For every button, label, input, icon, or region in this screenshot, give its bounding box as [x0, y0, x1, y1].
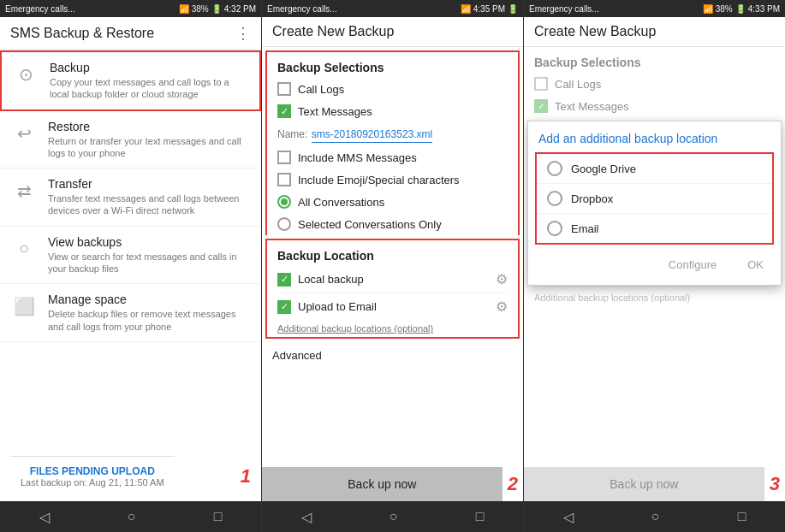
home-nav-icon-1[interactable]: ○ — [128, 509, 136, 524]
battery-icon-1: 🔋 — [211, 4, 222, 14]
nav-bar-2: ◁ ○ □ — [262, 501, 523, 532]
wifi-icon-2: 📶 — [461, 4, 471, 14]
dialog-title: Add an additional backup location — [528, 121, 781, 152]
include-emoji-checkbox[interactable] — [277, 173, 291, 186]
files-pending-sub: Last backup on: Aug 21, 11:50 AM — [21, 477, 164, 488]
step-number-3: 3 — [764, 475, 785, 494]
selected-conversations-radio[interactable] — [277, 217, 291, 231]
back-nav-icon-1[interactable]: ◁ — [39, 509, 50, 525]
backup-button-3: Back up now — [524, 467, 764, 501]
restore-icon: ↩ — [10, 120, 38, 147]
view-backups-title: View backups — [48, 235, 251, 249]
include-mms-label: Include MMS Messages — [298, 151, 417, 164]
screen3-content: Backup Selections Call Logs Text Message… — [524, 47, 785, 467]
name-field-2: Name: sms-20180920163523.xml — [267, 122, 518, 146]
include-mms-checkbox[interactable] — [277, 151, 291, 164]
status-bar-1: Emergency calls... 📶 38% 🔋 4:32 PM — [0, 0, 261, 17]
restore-subtitle: Return or transfer your text messages an… — [48, 135, 251, 160]
time-1: 4:32 PM — [224, 4, 256, 14]
home-nav-icon-2[interactable]: ○ — [390, 509, 398, 524]
files-pending-section: FILES PENDING UPLOAD Last backup on: Aug… — [0, 451, 261, 501]
view-backups-icon: ○ — [10, 235, 38, 263]
app-title-2: Create New Backup — [272, 24, 394, 39]
text-messages-checkbox-2[interactable] — [277, 104, 291, 118]
upload-email-label: Upload to Email — [298, 300, 377, 313]
name-label-2: Name: — [277, 128, 307, 140]
configure-button[interactable]: Configure — [662, 255, 723, 275]
call-logs-row-3: Call Logs — [524, 73, 785, 95]
recent-nav-icon-2[interactable]: □ — [476, 509, 485, 524]
dropbox-label: Dropbox — [571, 192, 613, 205]
dialog-actions: Configure OK — [528, 251, 781, 285]
upload-email-checkbox[interactable] — [277, 300, 291, 314]
call-logs-checkbox-2[interactable] — [277, 82, 291, 96]
backup-location-header: Backup Location — [267, 240, 518, 266]
menu-item-transfer[interactable]: ⇄ Transfer Transfer text messages and ca… — [0, 168, 261, 227]
transfer-title: Transfer — [48, 177, 251, 191]
screen2: Emergency calls... 📶 4:35 PM 🔋 Create Ne… — [262, 0, 524, 532]
menu-item-manage-space[interactable]: ⬜ Manage space Delete backup files or re… — [0, 284, 261, 342]
menu-icon-1[interactable]: ⋮ — [235, 24, 251, 43]
status-right-3: 📶 38% 🔋 4:33 PM — [703, 4, 780, 14]
menu-item-view-backups[interactable]: ○ View backups View or search for text m… — [0, 227, 261, 285]
text-messages-row-2[interactable]: Text Messages — [267, 100, 518, 122]
google-drive-radio[interactable] — [547, 161, 562, 176]
all-conversations-row[interactable]: All Conversations — [267, 191, 518, 213]
backup-icon: ⊙ — [12, 61, 39, 88]
back-nav-icon-2[interactable]: ◁ — [301, 509, 312, 525]
email-option[interactable]: Email — [537, 214, 772, 243]
wifi-icon: 📶 — [179, 4, 189, 14]
dialog-options: Google Drive Dropbox Email — [535, 152, 774, 245]
upload-email-row[interactable]: Upload to Email ⚙ — [267, 293, 518, 320]
backup-selections-header-3: Backup Selections — [524, 47, 785, 73]
app-title-1: SMS Backup & Restore — [10, 26, 154, 41]
battery-icon-2: 🔋 — [508, 4, 518, 14]
recent-nav-icon-1[interactable]: □ — [214, 509, 223, 524]
dropbox-option[interactable]: Dropbox — [537, 184, 772, 214]
name-value-2: sms-20180920163523.xml — [312, 128, 432, 143]
dropbox-radio[interactable] — [547, 191, 562, 206]
local-backup-checkbox[interactable] — [277, 273, 291, 287]
all-conversations-radio[interactable] — [277, 195, 291, 209]
ok-button[interactable]: OK — [740, 255, 770, 275]
selected-conversations-label: Selected Conversations Only — [298, 218, 442, 231]
call-logs-row-2[interactable]: Call Logs — [267, 78, 518, 100]
status-right-2: 📶 4:35 PM 🔋 — [461, 4, 518, 14]
include-emoji-row[interactable]: Include Emoji/Special characters — [267, 168, 518, 191]
wifi-icon-3: 📶 — [703, 4, 713, 14]
app-bar-3: Create New Backup — [524, 17, 785, 47]
screen2-content: Backup Selections Call Logs Text Message… — [262, 47, 523, 467]
additional-backup-text-2[interactable]: Additional backup locations (optional) — [267, 320, 518, 337]
app-title-3: Create New Backup — [534, 24, 656, 39]
include-mms-row[interactable]: Include MMS Messages — [267, 146, 518, 168]
dimmed-additional: Additional backup locations (optional) — [524, 289, 785, 306]
menu-item-backup[interactable]: ⊙ Backup Copy your text messages and cal… — [0, 50, 261, 111]
backup-subtitle: Copy your text messages and call logs to… — [50, 76, 249, 101]
transfer-subtitle: Transfer text messages and call logs bet… — [48, 192, 251, 217]
email-radio[interactable] — [547, 221, 562, 236]
backup-title: Backup — [50, 61, 249, 74]
selected-conversations-row[interactable]: Selected Conversations Only — [267, 213, 518, 235]
screen1: Emergency calls... 📶 38% 🔋 4:32 PM SMS B… — [0, 0, 262, 532]
back-nav-icon-3[interactable]: ◁ — [563, 509, 574, 525]
nav-bar-3: ◁ ○ □ — [524, 501, 785, 532]
recent-nav-icon-3[interactable]: □ — [738, 509, 746, 524]
call-logs-checkbox-3 — [534, 77, 548, 91]
home-nav-icon-3[interactable]: ○ — [651, 509, 660, 524]
advanced-section-2[interactable]: Advanced — [262, 342, 523, 369]
local-backup-settings-icon[interactable]: ⚙ — [496, 271, 508, 287]
google-drive-option[interactable]: Google Drive — [537, 154, 772, 184]
backup-button-2[interactable]: Back up now — [262, 467, 503, 501]
screen3: Emergency calls... 📶 38% 🔋 4:33 PM Creat… — [524, 0, 785, 532]
text-messages-checkbox-3 — [534, 99, 548, 113]
text-messages-label-3: Text Messages — [555, 100, 629, 113]
menu-item-restore[interactable]: ↩ Restore Return or transfer your text m… — [0, 111, 261, 169]
status-right-1: 📶 38% 🔋 4:32 PM — [179, 4, 256, 14]
upload-email-settings-icon[interactable]: ⚙ — [496, 299, 508, 315]
google-drive-label: Google Drive — [571, 163, 636, 175]
local-backup-row[interactable]: Local backup ⚙ — [267, 266, 518, 293]
battery-pct-1: 38% — [192, 4, 209, 14]
transfer-icon: ⇄ — [10, 177, 38, 204]
app-bar-2: Create New Backup — [262, 17, 523, 47]
view-backups-subtitle: View or search for text messages and cal… — [48, 251, 251, 275]
